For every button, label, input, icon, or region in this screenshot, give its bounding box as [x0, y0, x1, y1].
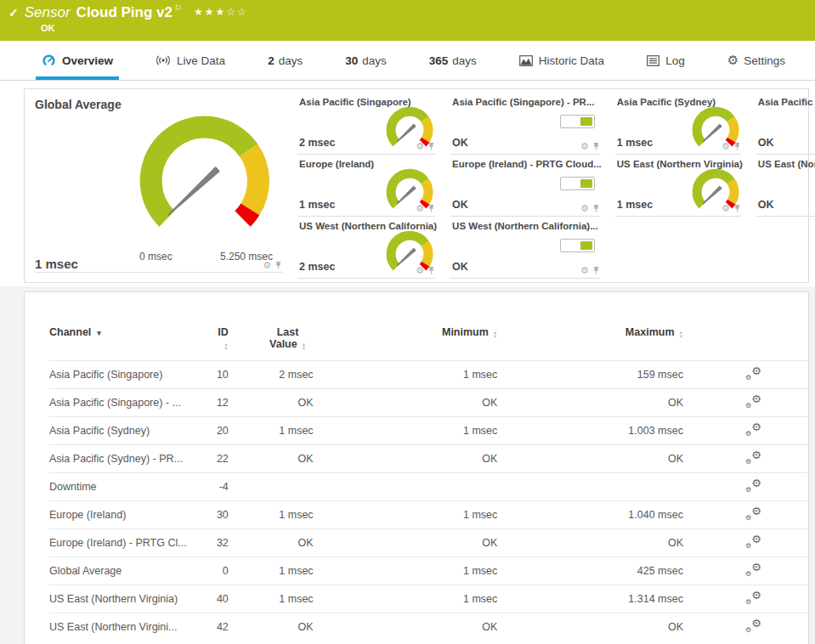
- tile-value: 1 msec: [617, 137, 653, 149]
- overview-panel: Global Average 0 msec 5.250 msec 1 msec …: [24, 88, 809, 283]
- tab-30-days[interactable]: 30 days: [339, 41, 393, 80]
- tab-number: 2: [268, 54, 274, 67]
- sensor-label: Sensor: [25, 4, 71, 21]
- channel-settings-icon[interactable]: ⚙⚙: [745, 562, 761, 577]
- pin-icon[interactable]: [733, 204, 741, 213]
- cell-id: 12: [210, 389, 244, 417]
- pin-icon[interactable]: [427, 204, 435, 213]
- channel-tile-europe-ireland-prtg[interactable]: Europe (Ireland) - PRTG Cloud... OK ⚙: [445, 155, 610, 217]
- channel-tile-europe-ireland[interactable]: Europe (Ireland) 1 msec ⚙: [292, 155, 445, 217]
- pin-icon[interactable]: [274, 261, 282, 270]
- gear-icon[interactable]: ⚙: [580, 142, 589, 151]
- column-header-maximum[interactable]: Maximum▲▼: [512, 323, 699, 361]
- switch-knob: [580, 179, 592, 188]
- cell-actions: ⚙⚙: [699, 417, 808, 445]
- cell-minimum: OK: [329, 445, 513, 473]
- channels-table-body: Asia Pacific (Singapore) 10 2 msec 1 mse…: [49, 361, 808, 641]
- cell-maximum: 1.003 msec: [512, 417, 699, 445]
- channel-tile-asia-pacific-sydney[interactable]: Asia Pacific (Sydney) 1 msec ⚙: [610, 93, 751, 155]
- table-row: Global Average 0 1 msec 1 msec 425 msec …: [49, 557, 808, 585]
- status-check-icon: ✓: [8, 6, 19, 20]
- channel-settings-icon[interactable]: ⚙⚙: [745, 619, 761, 633]
- tab-label: days: [362, 54, 387, 67]
- cell-maximum: 1.040 msec: [512, 501, 699, 529]
- gear-icon[interactable]: ⚙: [263, 261, 271, 270]
- pin-icon[interactable]: [733, 142, 741, 151]
- column-header-minimum[interactable]: Minimum▲▼: [329, 323, 513, 361]
- gear-icon[interactable]: ⚙: [416, 266, 424, 275]
- cell-actions: ⚙⚙: [699, 613, 808, 641]
- tab-settings[interactable]: ⚙ Settings: [722, 41, 791, 80]
- cell-maximum: 425 msec: [512, 557, 699, 585]
- column-header-last-value[interactable]: Last Value▲▼: [244, 323, 329, 361]
- pin-icon[interactable]: [592, 266, 600, 275]
- channel-settings-icon[interactable]: ⚙⚙: [745, 506, 761, 521]
- pin-icon[interactable]: [592, 142, 600, 151]
- tile-title: US West (Northern California)...: [452, 221, 602, 231]
- priority-stars[interactable]: ★★★☆☆: [194, 6, 248, 18]
- channel-tile-asia-pacific-sydney-prtg[interactable]: Asia Pacific (Sydney) - PRTG ... OK ⚙: [751, 93, 815, 155]
- channel-tile-asia-pacific-singapore-prtg[interactable]: Asia Pacific (Singapore) - PR... OK ⚙: [445, 93, 610, 155]
- channel-settings-icon[interactable]: ⚙⚙: [745, 450, 761, 465]
- tab-overview[interactable]: Overview: [36, 41, 119, 80]
- priority-flag-icon[interactable]: ⚐: [174, 3, 182, 13]
- cell-actions: ⚙⚙: [699, 361, 808, 389]
- channel-tile-asia-pacific-singapore[interactable]: Asia Pacific (Singapore) 2 msec ⚙: [292, 93, 445, 155]
- tab-log[interactable]: Log: [641, 41, 691, 80]
- tab-number: 30: [345, 54, 358, 67]
- tab-2-days[interactable]: 2 days: [262, 41, 308, 80]
- channel-settings-icon[interactable]: ⚙⚙: [745, 394, 761, 409]
- channels-table: Channel▾ ID▲▼ Last Value▲▼ Minimum▲▼ Max…: [49, 323, 808, 641]
- tab-label: Live Data: [177, 54, 225, 67]
- tile-title: Asia Pacific (Singapore) - PR...: [452, 97, 602, 107]
- channel-settings-icon[interactable]: ⚙⚙: [745, 366, 761, 381]
- tab-label: Log: [665, 54, 685, 67]
- table-row: Asia Pacific (Sydney) - PR... 22 OK OK O…: [49, 445, 808, 473]
- tab-bar: Overview Live Data 2 days 30 days 365 da…: [0, 41, 815, 81]
- sensor-status: OK: [41, 23, 55, 33]
- cell-minimum: OK: [329, 389, 513, 417]
- channel-tile-us-east-northern-virginia[interactable]: US East (Northern Virginia) 1 msec ⚙: [610, 155, 751, 217]
- cell-last-value: OK: [244, 529, 329, 557]
- gear-icon[interactable]: ⚙: [580, 266, 589, 275]
- channel-tile-us-east-northern-virginia-prtg[interactable]: US East (Northern Virginia) - ... OK ⚙: [751, 155, 815, 217]
- cell-minimum: [329, 473, 513, 501]
- tab-365-days[interactable]: 365 days: [423, 41, 483, 80]
- cell-maximum: 1.314 msec: [512, 585, 699, 613]
- gear-icon[interactable]: ⚙: [580, 204, 589, 213]
- tab-live-data[interactable]: Live Data: [150, 41, 231, 80]
- cell-minimum: OK: [329, 529, 513, 557]
- channel-settings-icon[interactable]: ⚙⚙: [745, 590, 761, 605]
- log-icon: [647, 55, 659, 66]
- cell-minimum: 1 msec: [329, 361, 513, 389]
- tile-value: OK: [452, 199, 468, 211]
- cell-channel: Europe (Ireland): [49, 501, 210, 529]
- cell-actions: ⚙⚙: [699, 389, 808, 417]
- channel-tile-grid: Asia Pacific (Singapore) 2 msec ⚙ Asia P…: [292, 93, 807, 279]
- sensor-header: ✓ Sensor Cloud Ping v2 ⚐ ★★★☆☆ OK: [0, 0, 815, 41]
- tile-title: Europe (Ireland) - PRTG Cloud...: [452, 159, 602, 169]
- cell-last-value: OK: [244, 389, 329, 417]
- gear-icon[interactable]: ⚙: [722, 204, 730, 213]
- channels-table-panel: Channel▾ ID▲▼ Last Value▲▼ Minimum▲▼ Max…: [24, 291, 809, 644]
- area-chart-icon: [519, 55, 533, 66]
- channel-tile-us-west-northern-california[interactable]: US West (Northern California) 2 msec ⚙: [292, 217, 445, 279]
- channel-settings-icon[interactable]: ⚙⚙: [745, 422, 761, 437]
- channel-settings-icon[interactable]: ⚙⚙: [745, 478, 761, 493]
- tab-historic-data[interactable]: Historic Data: [513, 41, 610, 80]
- sort-icon: ▲▼: [302, 342, 306, 350]
- column-header-channel[interactable]: Channel▾: [49, 323, 210, 361]
- channel-settings-icon[interactable]: ⚙⚙: [745, 534, 761, 549]
- cell-id: 42: [210, 613, 244, 641]
- pin-icon[interactable]: [427, 266, 435, 275]
- channel-tile-us-west-northern-california-prtg[interactable]: US West (Northern California)... OK ⚙: [445, 217, 610, 279]
- pin-icon[interactable]: [427, 142, 435, 151]
- status-switch-icon: [560, 115, 595, 128]
- global-average-tile[interactable]: Global Average 0 msec 5.250 msec 1 msec …: [25, 89, 292, 282]
- gear-icon[interactable]: ⚙: [722, 142, 730, 151]
- gear-icon[interactable]: ⚙: [416, 204, 424, 213]
- gear-icon[interactable]: ⚙: [416, 142, 424, 151]
- tile-value: 2 msec: [299, 261, 335, 273]
- column-header-id[interactable]: ID▲▼: [210, 323, 244, 361]
- pin-icon[interactable]: [592, 204, 600, 213]
